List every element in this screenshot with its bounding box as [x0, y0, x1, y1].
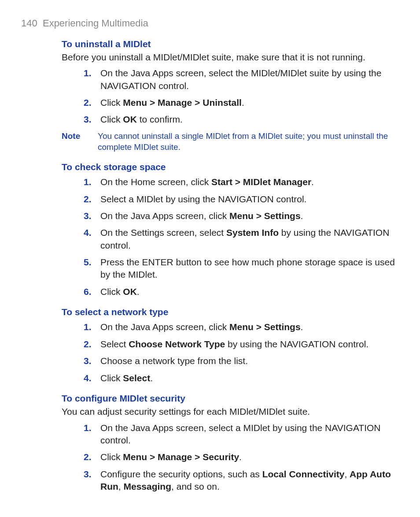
note-block: Note You cannot uninstall a single MIDle…	[62, 130, 399, 153]
step-text: Click	[100, 114, 123, 124]
heading-network: To select a network type	[62, 306, 399, 318]
step: 3.Configure the security options, such a…	[84, 468, 399, 493]
step-bold: Menu > Settings	[229, 211, 301, 221]
heading-security: To configure MIDlet security	[62, 392, 399, 405]
page-number: 140	[21, 18, 37, 29]
step-bold: Start > MIDlet Manager	[211, 177, 311, 187]
page-header: 140 Experiencing Multimedia	[21, 17, 399, 30]
step: 1.On the Java Apps screen, click Menu > …	[84, 321, 399, 333]
step-number: 6.	[84, 286, 92, 298]
step-text: On the Home screen, click	[100, 177, 211, 187]
heading-uninstall: To uninstall a MIDlet	[62, 38, 399, 50]
step-text: .	[239, 452, 242, 462]
step-text: ,	[118, 481, 124, 491]
step-bold: Menu > Manage > Uninstall	[123, 97, 242, 108]
step-number: 1.	[84, 321, 92, 333]
intro-uninstall: Before you uninstall a MIDlet/MIDlet sui…	[62, 51, 399, 63]
step: 3.Click OK to confirm.	[84, 113, 399, 126]
step: 2.Select a MIDlet by using the NAVIGATIO…	[84, 193, 399, 205]
step-text: by using the NAVIGATION control.	[225, 339, 368, 349]
step-text: On the Java Apps screen, click	[100, 322, 229, 332]
step-text: Click	[100, 97, 123, 108]
step-text: , and so on.	[171, 481, 220, 491]
step-bold: OK	[123, 286, 137, 297]
step-text: .	[150, 373, 153, 383]
steps-uninstall: 1.On the Java Apps screen, select the MI…	[21, 67, 399, 126]
step-text: Select a MIDlet by using the NAVIGATION …	[100, 194, 306, 204]
step-text: Click	[100, 286, 123, 297]
step-number: 4.	[84, 227, 92, 239]
step-text: Configure the security options, such as	[100, 469, 262, 479]
step-number: 2.	[84, 338, 92, 350]
step-text: Choose a network type from the list.	[100, 356, 248, 366]
step: 1.On the Java Apps screen, select a MIDl…	[84, 422, 399, 447]
step-number: 2.	[84, 97, 92, 109]
step-text: On the Java Apps screen, select a MIDlet…	[100, 423, 381, 445]
note-body: You cannot uninstall a single MIDlet fro…	[98, 130, 399, 153]
step-number: 3.	[84, 113, 92, 126]
step-bold: System Info	[226, 227, 279, 238]
step-text: .	[301, 211, 303, 221]
step: 2.Select Choose Network Type by using th…	[84, 338, 399, 350]
step-bold: Messaging	[124, 481, 172, 491]
step-number: 1.	[84, 422, 92, 434]
step-number: 3.	[84, 210, 92, 222]
step: 4.On the Settings screen, select System …	[84, 227, 399, 252]
step-text: .	[311, 177, 314, 187]
step-text: Click	[100, 373, 123, 383]
step-text: On the Java Apps screen, select the MIDl…	[100, 68, 381, 90]
step: 3.Choose a network type from the list.	[84, 355, 399, 367]
step-number: 1.	[84, 67, 92, 79]
step-bold: Choose Network Type	[129, 339, 225, 349]
step: 5.Press the ENTER button to see how much…	[84, 256, 399, 281]
step-text: Select	[100, 339, 129, 349]
step-text: .	[137, 286, 140, 297]
step-number: 3.	[84, 355, 92, 367]
step-number: 4.	[84, 372, 92, 384]
step-text: On the Settings screen, select	[100, 227, 226, 238]
step-number: 2.	[84, 193, 92, 205]
step: 4.Click Select.	[84, 372, 399, 384]
step-number: 1.	[84, 176, 92, 188]
step-text: Press the ENTER button to see how much p…	[100, 257, 395, 279]
note-label: Note	[62, 130, 98, 153]
heading-storage: To check storage space	[62, 161, 399, 173]
chapter-title: Experiencing Multimedia	[43, 18, 148, 29]
step-number: 3.	[84, 468, 92, 480]
step: 3.On the Java Apps screen, click Menu > …	[84, 210, 399, 222]
step-bold: Local Connectivity	[262, 469, 345, 479]
step-text: On the Java Apps screen, click	[100, 211, 229, 221]
steps-network: 1.On the Java Apps screen, click Menu > …	[21, 321, 399, 384]
steps-security: 1.On the Java Apps screen, select a MIDl…	[21, 422, 399, 493]
step-text: .	[242, 97, 244, 108]
step-number: 5.	[84, 256, 92, 268]
step: 2.Click Menu > Manage > Uninstall.	[84, 97, 399, 109]
step-number: 2.	[84, 451, 92, 463]
step: 1.On the Java Apps screen, select the MI…	[84, 67, 399, 92]
step: 6.Click OK.	[84, 286, 399, 298]
step-bold: Menu > Manage > Security	[123, 452, 239, 462]
steps-storage: 1.On the Home screen, click Start > MIDl…	[21, 176, 399, 298]
step: 2.Click Menu > Manage > Security.	[84, 451, 399, 463]
step-bold: OK	[123, 114, 137, 124]
step-text: Click	[100, 452, 123, 462]
step: 1.On the Home screen, click Start > MIDl…	[84, 176, 399, 188]
intro-security: You can adjust security settings for eac…	[62, 405, 399, 418]
step-bold: Select	[123, 373, 150, 383]
step-text: .	[301, 322, 303, 332]
step-text: ,	[344, 469, 350, 479]
step-text: to confirm.	[137, 114, 183, 124]
step-bold: Menu > Settings	[229, 322, 301, 332]
